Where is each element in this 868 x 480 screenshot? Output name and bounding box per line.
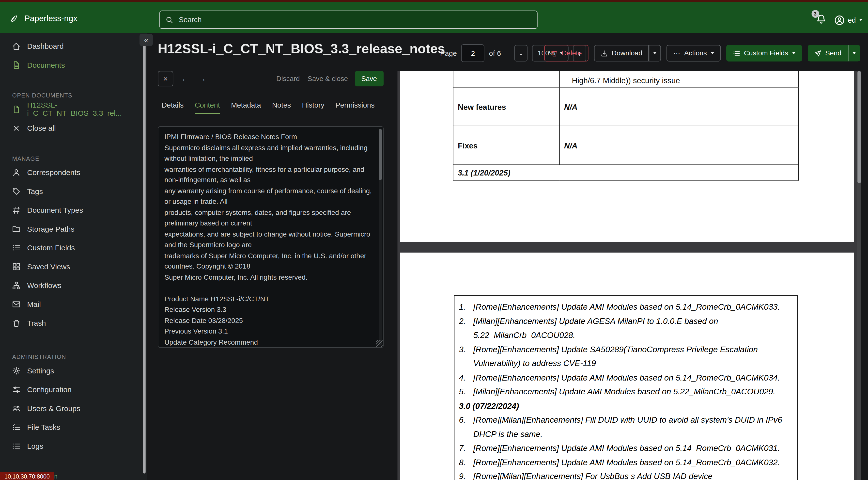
top-navbar: Paperless-ngx 3 ed xyxy=(0,2,868,33)
sidebar-section-manage: MANAGE xyxy=(12,151,147,162)
custom-fields-icon xyxy=(12,243,21,252)
tag-icon xyxy=(12,187,21,195)
document-content-textarea[interactable]: IPMI Firmware / BIOS Release Notes Form … xyxy=(158,126,383,348)
table-row: 3.1 (1/20/2025) xyxy=(453,165,799,180)
sidebar: Dashboard Documents OPEN DOCUMENTS H12SS… xyxy=(0,33,147,480)
table-row: New features N/A xyxy=(453,87,799,126)
sidebar-item-label: Logs xyxy=(27,442,43,450)
page-of-label: of 6 xyxy=(489,49,501,57)
brand-name: Paperless-ngx xyxy=(24,13,78,22)
sidebar-item-label: Storage Paths xyxy=(27,224,74,233)
send-button[interactable]: Send xyxy=(807,45,848,62)
sidebar-item-trash[interactable]: Trash xyxy=(0,313,147,333)
username: ed xyxy=(848,16,856,24)
sliders-icon xyxy=(12,385,21,394)
page-label: Page xyxy=(440,49,457,57)
sidebar-item-tags[interactable]: Tags xyxy=(0,182,147,201)
next-document-button[interactable]: → xyxy=(197,73,207,84)
sidebar-item-open-document[interactable]: H12SSL-i_C_CT_NT_BIOS_3.3_rel... xyxy=(0,100,147,119)
list-item: 3.[Rome][Enhancements] Update SA50289(Ti… xyxy=(459,343,784,371)
sidebar-item-configuration[interactable]: Configuration xyxy=(0,380,147,399)
send-split-button: Send xyxy=(807,45,860,62)
actions-button[interactable]: ⋯ Actions xyxy=(667,45,721,62)
sidebar-item-dashboard[interactable]: Dashboard xyxy=(0,37,147,56)
documents-icon xyxy=(12,61,21,69)
close-all-label: Close all xyxy=(27,124,56,132)
save-close-button[interactable]: Save & close xyxy=(308,75,348,83)
table-cell-value: N/A xyxy=(559,87,799,126)
open-document-label: H12SSL-i_C_CT_NT_BIOS_3.3_rel... xyxy=(27,101,147,118)
global-search[interactable] xyxy=(159,10,537,29)
trash-icon xyxy=(12,319,21,327)
sidebar-item-saved-views[interactable]: Saved Views xyxy=(0,257,147,276)
notification-badge: 3 xyxy=(811,9,819,18)
sidebar-item-mail[interactable]: Mail xyxy=(0,295,147,313)
window-top-strip xyxy=(0,0,868,2)
sidebar-item-file-tasks[interactable]: File Tasks xyxy=(0,418,147,437)
sidebar-item-close-all[interactable]: Close all xyxy=(0,119,147,138)
status-url-text: 10.10.30.70:8000 xyxy=(4,473,50,479)
delete-button[interactable]: Delete xyxy=(544,45,588,62)
list-item: 8.[Rome][Enhancements] Update AMI Module… xyxy=(459,456,784,470)
page-number-input[interactable] xyxy=(461,44,485,62)
sidebar-item-users-groups[interactable]: Users & Groups xyxy=(0,399,147,418)
discard-button[interactable]: Discard xyxy=(276,75,300,83)
actions-label: Actions xyxy=(684,49,707,57)
pdf-preview-pane[interactable]: High/6.7 Middle)) security issue New fea… xyxy=(398,71,857,480)
document-actions: Delete Download ⋯ Actions Custom Fields … xyxy=(544,45,860,62)
sidebar-collapse-button[interactable]: « xyxy=(140,34,153,46)
list-item-number: 6. xyxy=(459,413,473,442)
release-notes-table: High/6.7 Middle)) security issue New fea… xyxy=(453,71,799,181)
sidebar-item-label: Workflows xyxy=(27,281,62,290)
caret-down-icon xyxy=(653,52,657,54)
send-dropdown-button[interactable] xyxy=(848,45,860,62)
previous-document-button[interactable]: ← xyxy=(181,73,190,84)
preview-scrollbar-thumb[interactable] xyxy=(858,71,861,183)
sidebar-item-custom-fields[interactable]: Custom Fields xyxy=(0,238,147,257)
custom-fields-button[interactable]: Custom Fields xyxy=(726,45,802,62)
list-item: 6.[Rome][Milan][Enhancements] Fill DUID … xyxy=(459,413,784,442)
list-item-text: [Rome][Enhancements] Update AMI Modules … xyxy=(473,456,784,470)
sidebar-item-documents[interactable]: Documents xyxy=(0,55,147,74)
sidebar-item-correspondents[interactable]: Correspondents xyxy=(0,163,147,182)
tab-history[interactable]: History xyxy=(302,101,324,114)
close-icon xyxy=(12,124,21,132)
user-menu-caret-icon xyxy=(859,19,863,21)
close-document-button[interactable]: × xyxy=(158,71,173,86)
sidebar-item-label: Dashboard xyxy=(27,42,64,50)
sidebar-item-settings[interactable]: Settings xyxy=(0,361,147,380)
file-icon xyxy=(12,105,21,113)
user-menu[interactable]: ed xyxy=(834,15,863,25)
zoom-out-button[interactable]: - xyxy=(514,45,527,62)
list-item: 5.[Milan][Enhancements] Update AMI Modul… xyxy=(459,385,784,399)
list-item: 2.[Milan][Enhancements] Update AGESA Mil… xyxy=(459,314,784,343)
user-avatar-icon xyxy=(834,15,845,25)
tab-notes[interactable]: Notes xyxy=(272,101,291,114)
notifications-button[interactable]: 3 xyxy=(815,13,826,26)
sidebar-item-label: File Tasks xyxy=(27,423,60,431)
tab-permissions[interactable]: Permissions xyxy=(335,101,374,114)
list-item-number: 2. xyxy=(459,314,473,343)
save-button[interactable]: Save xyxy=(354,71,383,86)
tab-content[interactable]: Content xyxy=(195,101,220,114)
sidebar-item-logs[interactable]: Logs xyxy=(0,437,147,455)
textarea-resize-handle[interactable] xyxy=(376,340,382,347)
list-item-number: 1. xyxy=(459,300,473,314)
table-cell-version: 3.1 (1/20/2025) xyxy=(453,165,799,180)
tab-details[interactable]: Details xyxy=(162,101,184,114)
pdf-page: 1.[Rome][Enhancements] Update AMI Module… xyxy=(400,252,854,480)
sidebar-item-storage-paths[interactable]: Storage Paths xyxy=(0,219,147,238)
sidebar-item-document-types[interactable]: Document Types xyxy=(0,201,147,219)
sidebar-item-label: Users & Groups xyxy=(27,404,80,412)
search-input[interactable] xyxy=(178,15,531,24)
person-icon xyxy=(12,168,21,177)
mail-icon xyxy=(12,300,21,308)
download-button[interactable]: Download xyxy=(594,45,649,62)
download-dropdown-button[interactable] xyxy=(649,45,661,62)
delete-label: Delete xyxy=(562,49,582,57)
textarea-scrollbar-thumb[interactable] xyxy=(379,129,382,180)
tab-metadata[interactable]: Metadata xyxy=(231,101,261,114)
ellipsis-icon: ⋯ xyxy=(673,49,680,57)
sidebar-scrollbar[interactable] xyxy=(143,39,146,474)
sidebar-item-workflows[interactable]: Workflows xyxy=(0,276,147,295)
